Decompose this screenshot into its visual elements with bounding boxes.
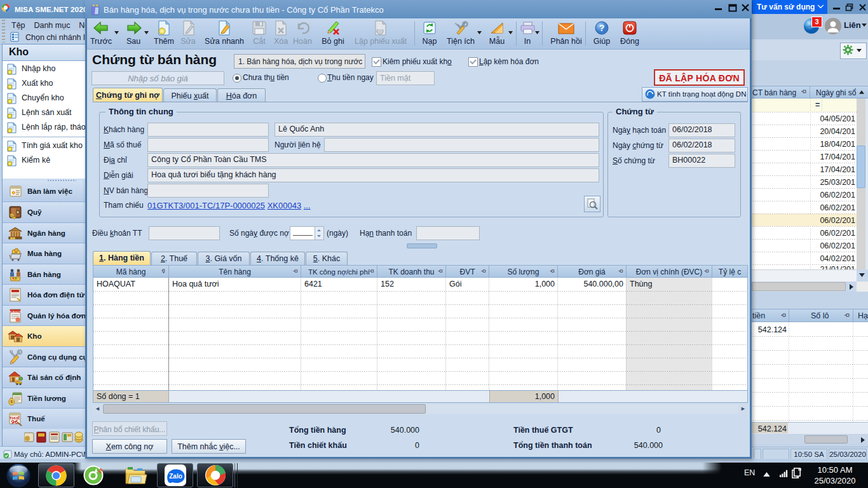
svg-text:$: $ — [11, 214, 13, 218]
svg-text:THUẾ: THUẾ — [10, 416, 20, 420]
svg-text:Zalo: Zalo — [169, 473, 182, 480]
svg-text:HÓA ĐƠN: HÓA ĐƠN — [10, 310, 22, 313]
svg-text:?: ? — [599, 23, 605, 33]
